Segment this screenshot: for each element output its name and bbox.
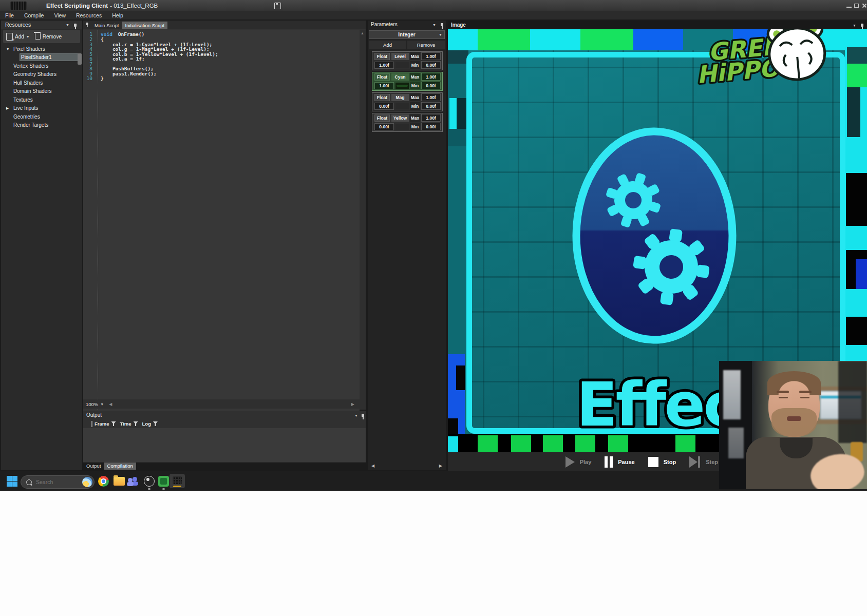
green-hippo-logo: GREEN HiPPO <box>693 29 827 89</box>
pin-icon[interactable] <box>73 24 78 29</box>
column-log[interactable]: Log <box>142 421 151 427</box>
output-header: Output ▼ <box>83 411 366 419</box>
parameter-type-select[interactable]: Integer ▼ <box>369 30 445 39</box>
menu-view[interactable]: View <box>52 12 67 18</box>
parameter-mag[interactable]: Float Mag Max 1.00f 0.00f Min 0.00f <box>372 92 443 111</box>
file-explorer-icon[interactable] <box>114 477 125 486</box>
chevron-down-icon[interactable]: ▼ <box>354 414 358 417</box>
tab-compilation[interactable]: Compilation <box>104 463 136 470</box>
add-parameter-button[interactable]: Add <box>369 41 406 49</box>
output-log-area <box>83 428 366 462</box>
resources-title: Resources <box>5 22 31 28</box>
weather-icon[interactable] <box>82 477 92 487</box>
expander-icon[interactable]: ▼ <box>6 47 9 51</box>
remove-parameter-button[interactable]: Remove <box>407 41 445 49</box>
tree-item-render-targets[interactable]: Render Targets <box>1 121 82 129</box>
tab-output[interactable]: Output <box>83 463 104 470</box>
pin-icon[interactable] <box>85 23 89 27</box>
screen: Effect Scripting Client - 013_Effect_RGB… <box>0 0 867 616</box>
obs-icon[interactable] <box>144 476 155 487</box>
editor-vertical-scrollbar[interactable]: ▲ <box>360 30 366 410</box>
close-button[interactable] <box>862 4 867 8</box>
parameter-slider[interactable] <box>395 103 409 109</box>
zoom-chevron-icon[interactable]: ▼ <box>100 402 104 406</box>
editor-zoombar: 100% ▼ ◀ ▶ <box>83 399 366 409</box>
tree-item-vertex-shaders[interactable]: Vertex Shaders <box>1 62 82 70</box>
tree-item-pixelshader1[interactable]: PixelShader1 <box>1 53 82 61</box>
tab-main-script[interactable]: Main Script <box>91 22 122 29</box>
tree-item-live-inputs[interactable]: ▶ Live Inputs <box>1 104 82 112</box>
output-title: Output <box>86 412 102 418</box>
tab-initialisation-script[interactable]: Initialisation Script <box>122 22 168 29</box>
scroll-left-icon[interactable]: ◀ <box>371 464 374 468</box>
parameters-hscrollbar[interactable]: ◀ ▶ <box>368 462 446 469</box>
parameter-slider[interactable] <box>395 124 409 130</box>
add-dropdown-chevron-icon[interactable]: ▼ <box>26 35 30 38</box>
webcam-overlay <box>719 361 867 489</box>
tree-item-pixel-shaders[interactable]: ▼ Pixel Shaders <box>1 45 82 53</box>
checker-cyan <box>448 436 458 452</box>
checker-green <box>575 435 595 452</box>
tree-item-geometry-shaders[interactable]: Geometry Shaders <box>1 70 82 78</box>
tree-item-textures[interactable]: Textures <box>1 96 82 104</box>
save-icon <box>274 3 281 9</box>
chrome-icon[interactable] <box>98 476 109 487</box>
add-button[interactable]: Add <box>15 34 24 40</box>
running-indicator <box>148 488 150 490</box>
stop-icon <box>648 457 658 467</box>
filter-icon[interactable] <box>153 421 158 426</box>
webcam-glare <box>728 428 744 458</box>
filter-icon[interactable] <box>134 421 138 426</box>
minimize-button[interactable] <box>846 4 852 8</box>
scrollbar-thumb[interactable] <box>78 53 82 65</box>
pin-icon[interactable] <box>361 414 365 419</box>
parameter-yellow[interactable]: Float Yellow Max 1.00f 0.00f Min 0.00f <box>372 113 443 132</box>
pin-icon[interactable] <box>860 24 864 29</box>
zoom-level[interactable]: 100% <box>86 401 98 407</box>
stop-button[interactable]: Stop <box>648 457 676 467</box>
webcam-glare <box>723 370 741 419</box>
step-icon <box>689 456 701 468</box>
parameter-slider[interactable] <box>395 62 409 68</box>
parameter-cyan[interactable]: Float Cyan Max 1.00f 1.00f Min 0.00f <box>372 72 443 91</box>
pin-icon[interactable] <box>440 23 444 29</box>
titlebar: Effect Scripting Client - 013_Effect_RGB <box>0 0 867 11</box>
gutter-separator <box>98 30 98 410</box>
chevron-down-icon[interactable]: ▼ <box>66 23 69 27</box>
menu-file[interactable]: File <box>4 12 15 18</box>
active-app-icon[interactable] <box>169 474 185 488</box>
play-icon <box>566 456 575 468</box>
expander-icon[interactable]: ▶ <box>6 106 9 110</box>
script-editor-panel: Main Script Initialisation Script 1void … <box>83 21 366 409</box>
pause-button[interactable]: Pause <box>605 456 634 468</box>
filter-icon[interactable] <box>111 421 116 426</box>
person-eye <box>779 397 788 398</box>
taskbar-search[interactable] <box>21 475 95 489</box>
scroll-up-icon[interactable]: ▲ <box>361 31 364 35</box>
chevron-down-icon[interactable]: ▼ <box>853 24 856 27</box>
column-frame[interactable]: Frame <box>95 421 109 427</box>
scroll-right-icon[interactable]: ▶ <box>351 402 354 407</box>
step-button[interactable]: Step <box>689 456 718 468</box>
parameter-level[interactable]: Float Level Max 1.00f 1.00f Min 0.00f <box>372 51 443 70</box>
scroll-right-icon[interactable]: ▶ <box>439 464 442 468</box>
teams-icon[interactable] <box>127 476 138 487</box>
tree-item-geometries[interactable]: Geometries <box>1 113 82 121</box>
resources-panel: Resources ▼ Add ▼ Remove ▼ Pixel Shaders… <box>1 21 82 470</box>
column-time[interactable]: Time <box>120 421 131 427</box>
tree-item-hull-shaders[interactable]: Hull Shaders <box>1 79 82 87</box>
menu-compile[interactable]: Compile <box>23 12 46 18</box>
output-column-headers: Frame Time Log <box>83 420 366 428</box>
restore-button[interactable] <box>854 4 859 8</box>
remove-button[interactable]: Remove <box>43 34 62 40</box>
menu-resources[interactable]: Resources <box>74 12 103 18</box>
menu-help[interactable]: Help <box>110 12 125 18</box>
tree-item-domain-shaders[interactable]: Domain Shaders <box>1 87 82 95</box>
code-editor[interactable]: 1void OnFrame() 2{ 3 col.r = 1-Cyan*Leve… <box>83 30 360 419</box>
scroll-left-icon[interactable]: ◀ <box>109 402 112 407</box>
parameter-slider[interactable] <box>395 83 409 89</box>
play-button[interactable]: Play <box>566 456 592 468</box>
hippotizer-icon[interactable] <box>158 476 169 487</box>
start-button-icon[interactable] <box>7 476 17 487</box>
chevron-down-icon[interactable]: ▼ <box>432 23 436 27</box>
